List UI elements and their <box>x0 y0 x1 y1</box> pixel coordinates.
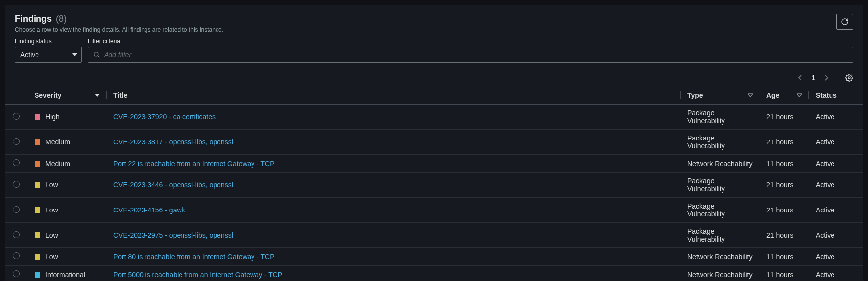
row-radio[interactable] <box>13 113 20 120</box>
age-cell: 21 hours <box>760 223 809 248</box>
row-radio[interactable] <box>13 231 20 238</box>
table-row[interactable]: MediumCVE-2023-3817 - openssl-libs, open… <box>5 130 863 155</box>
table-row[interactable]: LowCVE-2023-4156 - gawkPackage Vulnerabi… <box>5 198 863 223</box>
table-row[interactable]: InformationalPort 5000 is reachable from… <box>5 266 863 281</box>
severity-cell: Low <box>28 173 107 198</box>
age-cell: 21 hours <box>760 198 809 223</box>
row-radio[interactable] <box>13 206 20 213</box>
severity-cell: Medium <box>28 155 107 173</box>
severity-cell: Informational <box>28 266 107 281</box>
sort-desc-icon <box>95 93 100 98</box>
type-cell: Network Reachability <box>681 248 760 266</box>
severity-swatch-icon <box>35 272 40 278</box>
severity-cell: Low <box>28 223 107 248</box>
title-cell: CVE-2023-3446 - openssl-libs, openssl <box>107 173 681 198</box>
chevron-right-icon <box>823 75 829 81</box>
col-severity-label: Severity <box>35 91 61 99</box>
row-radio[interactable] <box>13 270 20 277</box>
page-number: 1 <box>811 74 815 82</box>
age-cell: 21 hours <box>760 105 809 130</box>
severity-text: Low <box>45 206 58 214</box>
col-title-label: Title <box>113 91 128 99</box>
severity-swatch-icon <box>35 232 40 238</box>
row-select-cell <box>5 248 28 266</box>
panel-header: Findings (8) Choose a row to view the fi… <box>5 5 863 35</box>
filters-row: Finding status Active Filter criteria <box>5 35 863 70</box>
findings-panel: Findings (8) Choose a row to view the fi… <box>5 5 863 281</box>
finding-title-link[interactable]: CVE-2023-3817 - openssl-libs, openssl <box>113 138 233 146</box>
page-title: Findings <box>15 14 52 24</box>
title-cell: Port 22 is reachable from an Internet Ga… <box>107 155 681 173</box>
svg-point-0 <box>94 52 98 56</box>
row-radio[interactable] <box>13 252 20 259</box>
row-select-cell <box>5 130 28 155</box>
findings-table: Severity Title Type Age <box>5 86 863 281</box>
severity-text: Low <box>45 181 58 189</box>
status-cell: Active <box>809 266 863 281</box>
status-cell: Active <box>809 105 863 130</box>
settings-button[interactable] <box>844 73 854 83</box>
age-cell: 11 hours <box>760 266 809 281</box>
col-type[interactable]: Type <box>681 86 760 105</box>
sort-icon <box>797 93 802 98</box>
finding-title-link[interactable]: CVE-2023-3446 - openssl-libs, openssl <box>113 181 233 189</box>
finding-title-link[interactable]: CVE-2023-37920 - ca-certificates <box>113 113 216 121</box>
age-cell: 11 hours <box>760 248 809 266</box>
gear-icon <box>845 74 853 82</box>
age-cell: 11 hours <box>760 155 809 173</box>
table-row[interactable]: LowCVE-2023-2975 - openssl-libs, openssl… <box>5 223 863 248</box>
severity-text: Informational <box>45 271 85 279</box>
severity-text: Medium <box>45 138 70 146</box>
col-type-label: Type <box>687 91 703 99</box>
title-cell: CVE-2023-37920 - ca-certificates <box>107 105 681 130</box>
filter-criteria-input-wrap[interactable] <box>88 47 853 63</box>
severity-cell: High <box>28 105 107 130</box>
row-select-cell <box>5 223 28 248</box>
status-cell: Active <box>809 198 863 223</box>
row-select-cell <box>5 155 28 173</box>
page-subtitle: Choose a row to view the finding details… <box>15 26 223 33</box>
title-cell: CVE-2023-2975 - openssl-libs, openssl <box>107 223 681 248</box>
row-select-cell <box>5 198 28 223</box>
finding-title-link[interactable]: CVE-2023-4156 - gawk <box>113 206 185 214</box>
severity-cell: Low <box>28 198 107 223</box>
col-status[interactable]: Status <box>809 86 863 105</box>
status-cell: Active <box>809 130 863 155</box>
finding-title-link[interactable]: CVE-2023-2975 - openssl-libs, openssl <box>113 231 233 239</box>
finding-status-value: Active <box>20 51 39 59</box>
row-radio[interactable] <box>13 159 20 166</box>
table-row[interactable]: LowPort 80 is reachable from an Internet… <box>5 248 863 266</box>
severity-swatch-icon <box>35 161 40 167</box>
refresh-button[interactable] <box>836 14 853 30</box>
severity-swatch-icon <box>35 114 40 120</box>
table-row[interactable]: HighCVE-2023-37920 - ca-certificatesPack… <box>5 105 863 130</box>
next-page-button[interactable] <box>822 74 830 82</box>
severity-text: Low <box>45 231 58 239</box>
finding-title-link[interactable]: Port 80 is reachable from an Internet Ga… <box>113 253 275 261</box>
row-radio[interactable] <box>13 138 20 145</box>
prev-page-button[interactable] <box>796 74 804 82</box>
title-block: Findings (8) Choose a row to view the fi… <box>15 14 223 33</box>
finding-title-link[interactable]: Port 22 is reachable from an Internet Ga… <box>113 160 275 168</box>
severity-swatch-icon <box>35 207 40 213</box>
col-title[interactable]: Title <box>107 86 681 105</box>
type-cell: Network Reachability <box>681 155 760 173</box>
col-age[interactable]: Age <box>760 86 809 105</box>
title-cell: CVE-2023-3817 - openssl-libs, openssl <box>107 130 681 155</box>
table-row[interactable]: MediumPort 22 is reachable from an Inter… <box>5 155 863 173</box>
status-cell: Active <box>809 248 863 266</box>
pager: 1 <box>796 74 830 82</box>
col-severity[interactable]: Severity <box>28 86 107 105</box>
chevron-left-icon <box>797 75 803 81</box>
row-radio[interactable] <box>13 181 20 188</box>
row-select-cell <box>5 266 28 281</box>
filter-criteria-input[interactable] <box>104 51 848 59</box>
finding-title-link[interactable]: Port 5000 is reachable from an Internet … <box>113 271 282 279</box>
refresh-icon <box>841 18 849 26</box>
filter-criteria-label: Filter criteria <box>88 38 853 45</box>
caret-down-icon <box>72 52 77 57</box>
finding-status-select[interactable]: Active <box>15 47 82 63</box>
col-age-label: Age <box>766 91 779 99</box>
severity-cell: Low <box>28 248 107 266</box>
table-row[interactable]: LowCVE-2023-3446 - openssl-libs, openssl… <box>5 173 863 198</box>
